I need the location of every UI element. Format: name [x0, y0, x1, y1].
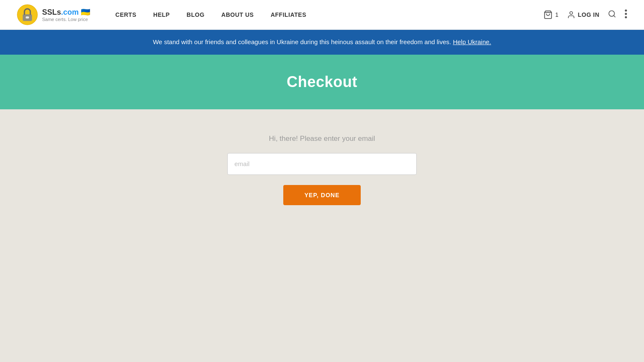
header-right: 1 LOG IN — [543, 9, 627, 21]
page-title: Checkout — [287, 73, 357, 91]
logo-tagline: Same certs. Low price — [42, 17, 90, 22]
submit-button[interactable]: YEP, DONE — [283, 185, 360, 205]
login-button[interactable]: LOG IN — [567, 11, 599, 19]
svg-rect-2 — [26, 16, 29, 18]
nav-item-blog[interactable]: BLOG — [178, 0, 213, 30]
search-icon — [608, 10, 616, 18]
cart-button[interactable]: 1 — [543, 10, 559, 19]
cart-icon — [543, 10, 553, 19]
main-content: Hi, there! Please enter your email YEP, … — [0, 109, 644, 320]
nav-item-certs[interactable]: CERTS — [107, 0, 145, 30]
user-icon — [567, 11, 575, 19]
svg-line-6 — [614, 15, 615, 17]
svg-point-4 — [569, 12, 572, 15]
ukraine-banner-text: We stand with our friends and colleagues… — [153, 38, 451, 45]
email-prompt: Hi, there! Please enter your email — [269, 135, 375, 143]
nav-item-help[interactable]: HELP — [145, 0, 178, 30]
hero-section: Checkout — [0, 55, 644, 109]
ukraine-help-link[interactable]: Help Ukraine. — [453, 38, 491, 45]
logo-lock-icon — [17, 4, 38, 25]
more-options-button[interactable] — [625, 9, 627, 21]
login-label: LOG IN — [578, 11, 599, 18]
svg-point-8 — [625, 13, 627, 15]
search-button[interactable] — [608, 10, 616, 20]
logo[interactable]: SSLs.com 🇺🇦 Same certs. Low price — [17, 4, 90, 25]
nav-item-affiliates[interactable]: AFFILIATES — [262, 0, 315, 30]
ukraine-banner: We stand with our friends and colleagues… — [0, 30, 644, 55]
main-nav: CERTS HELP BLOG ABOUT US AFFILIATES — [107, 0, 543, 30]
vertical-dots-icon — [625, 9, 627, 18]
header: SSLs.com 🇺🇦 Same certs. Low price CERTS … — [0, 0, 644, 30]
email-input-wrapper — [227, 153, 417, 175]
cart-count: 1 — [555, 11, 559, 18]
email-field[interactable] — [227, 153, 417, 175]
logo-brand: SSLs.com 🇺🇦 — [42, 8, 90, 17]
nav-item-about[interactable]: ABOUT US — [213, 0, 262, 30]
svg-point-9 — [625, 16, 627, 18]
svg-point-7 — [625, 9, 627, 11]
